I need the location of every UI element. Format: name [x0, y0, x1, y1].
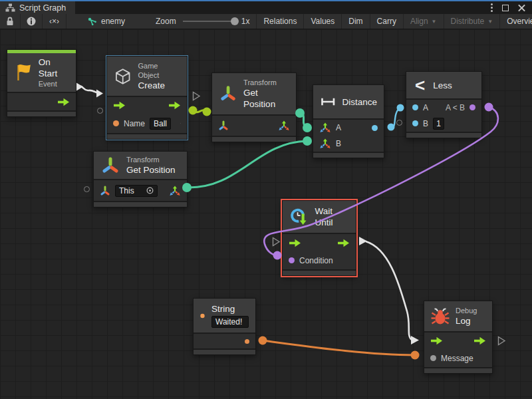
graph-toolbar: ‹×› enemy Zoom 1x Relations Values Dim C… — [0, 14, 532, 29]
output-label: A < B — [446, 103, 465, 112]
message-in-port[interactable] — [430, 355, 436, 361]
node-distance[interactable]: Distance A B — [313, 84, 384, 158]
close-icon[interactable] — [518, 4, 525, 11]
game-object-out-port[interactable] — [180, 118, 181, 129]
condition-in-port[interactable] — [289, 257, 295, 263]
node-subtitle: Event — [39, 79, 69, 88]
less-b-in-port[interactable] — [412, 120, 418, 126]
node-get-position-b[interactable]: Transform Get Position This — [93, 151, 188, 207]
node-footer — [94, 201, 187, 207]
node-footer — [194, 348, 255, 354]
node-footer — [313, 152, 384, 158]
input-b-label: B — [423, 119, 428, 128]
relations-button[interactable]: Relations — [256, 14, 304, 29]
node-game-object-create[interactable]: Game Object Create Name Ball — [106, 56, 188, 140]
chevron-down-icon: ▼ — [432, 19, 437, 25]
unity-script-graph-window: Script Graph ‹×› — [0, 0, 532, 399]
transform-in-port[interactable] — [100, 186, 110, 196]
name-input-port[interactable] — [113, 120, 119, 126]
flow-out-port[interactable] — [57, 98, 70, 106]
flow-in-port[interactable] — [113, 101, 126, 110]
position-out-port[interactable] — [278, 120, 290, 131]
node-on-start-event[interactable]: On Start Event — [7, 49, 76, 117]
toolbar-buttons: Relations Values Dim Carry Align ▼ Distr… — [256, 14, 532, 29]
window-menu-icon[interactable] — [491, 3, 493, 12]
chevron-down-icon: ▼ — [487, 19, 493, 25]
flag-icon — [14, 62, 33, 83]
node-category: Debug — [456, 306, 477, 315]
dim-button[interactable]: Dim — [342, 14, 370, 29]
unconnected-circle-less-b[interactable] — [396, 120, 402, 126]
node-wait-until[interactable]: Wait Until Condition — [282, 200, 356, 276]
position-out-port[interactable] — [169, 186, 181, 196]
node-category: Game Object — [138, 61, 180, 80]
zoom-slider[interactable] — [183, 21, 235, 22]
transform-in-port[interactable] — [218, 120, 229, 131]
tab-script-graph[interactable]: Script Graph — [0, 1, 75, 14]
carry-button[interactable]: Carry — [370, 14, 404, 29]
zoom-slider-handle[interactable] — [231, 17, 239, 25]
this-value-field[interactable]: This — [115, 185, 158, 197]
node-debug-log[interactable]: Debug Log Message — [424, 301, 493, 374]
lock-icon — [6, 17, 14, 26]
unconnected-circle-create-name[interactable] — [97, 108, 103, 114]
string-out-port[interactable] — [245, 339, 249, 344]
input-a-label: A — [423, 103, 428, 112]
less-than-icon: < — [415, 76, 425, 94]
overview-button[interactable]: Overview — [500, 14, 532, 29]
lock-button[interactable] — [0, 14, 21, 29]
unconnected-triangle-wait-in[interactable] — [272, 237, 281, 247]
node-category: Transform — [126, 155, 176, 164]
node-footer — [424, 367, 492, 373]
info-icon — [27, 17, 36, 26]
flow-out-port[interactable] — [168, 101, 181, 110]
flow-in-port[interactable] — [289, 239, 301, 247]
less-result-out-port[interactable] — [469, 104, 475, 110]
node-get-position-a[interactable]: Transform Get Position — [211, 72, 297, 142]
game-object-cube-icon — [114, 67, 132, 86]
flow-in-port[interactable] — [430, 336, 443, 345]
position-b-in-port[interactable] — [319, 138, 331, 149]
node-title: Get Position — [126, 164, 176, 176]
zoom-value: 1x — [241, 17, 250, 26]
name-value-field[interactable]: Ball — [150, 118, 171, 130]
node-footer — [7, 110, 76, 116]
node-category: Transform — [243, 78, 289, 87]
transform-icon — [100, 156, 120, 175]
position-a-in-port[interactable] — [319, 122, 331, 133]
condition-label: Condition — [299, 256, 333, 265]
align-dropdown[interactable]: Align ▼ — [404, 14, 444, 29]
zoom-control: Zoom 1x — [149, 14, 256, 29]
info-button[interactable] — [21, 14, 43, 29]
distribute-dropdown[interactable]: Distribute ▼ — [444, 14, 501, 29]
distance-icon — [320, 96, 336, 108]
node-string[interactable]: String Waited! — [193, 298, 256, 355]
graph-target-icon — [88, 17, 97, 26]
message-label: Message — [441, 354, 473, 363]
graph-target[interactable]: enemy — [81, 14, 132, 29]
name-port-label: Name — [124, 119, 145, 128]
values-button[interactable]: Values — [304, 14, 342, 29]
transform-icon — [219, 84, 237, 103]
object-picker-icon[interactable] — [146, 187, 154, 194]
less-a-in-port[interactable] — [412, 104, 418, 110]
flow-out-port[interactable] — [337, 239, 350, 247]
maximize-icon[interactable] — [502, 5, 509, 11]
node-title: On Start — [39, 57, 69, 79]
node-footer — [107, 133, 187, 139]
zoom-label: Zoom — [156, 17, 176, 26]
graph-icon — [5, 3, 15, 12]
unconnected-triangle-create-out[interactable] — [192, 91, 201, 101]
flow-out-port[interactable] — [473, 336, 486, 345]
window-controls — [491, 1, 532, 14]
unconnected-circle-get-position-this[interactable] — [84, 186, 90, 192]
string-value-field[interactable]: Waited! — [211, 316, 249, 328]
code-view-button[interactable]: ‹×› — [43, 14, 66, 29]
unconnected-triangle-debug-out[interactable] — [497, 336, 506, 346]
node-footer — [212, 136, 296, 142]
input-b-label: B — [336, 139, 341, 148]
node-less[interactable]: < Less A A < B B 1 — [406, 71, 482, 138]
b-value-field[interactable]: 1 — [433, 118, 444, 130]
node-title: Create — [138, 80, 180, 91]
distance-out-port[interactable] — [372, 125, 378, 131]
